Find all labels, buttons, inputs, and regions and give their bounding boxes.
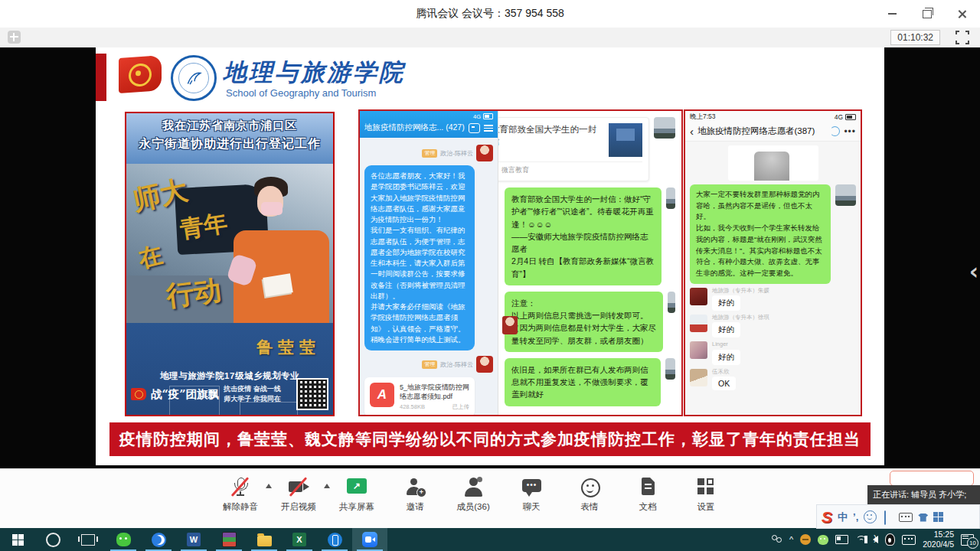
meeting-timer: 01:10:32 xyxy=(890,30,940,45)
qq-menu-icon[interactable] xyxy=(484,125,493,132)
sender-avatar[interactable] xyxy=(666,187,675,209)
taskbar-wechat[interactable] xyxy=(106,528,141,551)
tray-expand-chevron[interactable]: ^ xyxy=(789,536,793,544)
sender-avatar[interactable] xyxy=(654,117,675,139)
member-avatar[interactable] xyxy=(690,369,707,386)
sync-icon[interactable] xyxy=(830,126,840,136)
tray-display-icon[interactable] xyxy=(835,535,848,544)
video-options-caret-icon[interactable] xyxy=(324,484,330,488)
notification-center-icon[interactable]: 10 xyxy=(961,534,974,546)
speaking-indicator: 正在讲话: 辅导员 齐小学; xyxy=(867,485,980,504)
emoji-label: 表情 xyxy=(568,501,611,513)
microphone-muted-icon xyxy=(229,477,252,497)
volunteer-name: 鲁莹莹 xyxy=(256,337,321,358)
share-screen-button[interactable]: ↗ 共享屏幕 xyxy=(335,477,378,513)
members-button[interactable]: 成员(36) xyxy=(452,477,495,513)
member-avatar[interactable] xyxy=(690,288,707,305)
chat-bubble-icon: ••• xyxy=(520,477,543,497)
qq-sender-avatar[interactable] xyxy=(476,356,493,373)
unmute-button[interactable]: 解除静音 xyxy=(219,477,262,513)
taskbar-winrar[interactable] xyxy=(211,528,247,551)
wechat-chat-body: 大家一定不要转发群里那种标题党的内容哈，虽然内容不是谣传，但也不太好。 比如，我… xyxy=(685,142,861,416)
unmute-label: 解除静音 xyxy=(219,501,262,513)
qq-sender-row: 管理 政治-陈祥云 xyxy=(364,145,493,161)
poster-location-line2: 永宁街道协助进行出行登记工作 xyxy=(126,136,333,152)
start-button[interactable] xyxy=(0,528,35,551)
qq-message-bubble: 各位志愿者朋友，大家好！我是学院团委书记陈祥云，欢迎大家加入地旅学院疫情防控网络… xyxy=(364,165,475,350)
member-avatar[interactable] xyxy=(690,341,707,359)
ime-keyboard-icon[interactable] xyxy=(899,513,913,522)
registration-papers-shape xyxy=(263,273,292,296)
close-icon xyxy=(958,9,967,18)
member-avatar[interactable] xyxy=(690,315,707,332)
taskbar-file-explorer[interactable] xyxy=(247,528,282,551)
pdf-file-name: 5_地旅学院疫情防控网络志愿者须知.pdf xyxy=(400,383,469,401)
taskbar-qq-browser[interactable] xyxy=(141,528,176,551)
settings-button[interactable]: 设置 xyxy=(684,477,727,513)
wechat-icon xyxy=(116,533,131,546)
title-bar: 腾讯会议 会议号：357 954 558 xyxy=(0,0,980,28)
ime-language-toggle[interactable]: 中 xyxy=(838,512,848,522)
sender-avatar[interactable] xyxy=(835,184,856,206)
ime-voice-icon[interactable] xyxy=(884,510,886,525)
phone-status-bar: 晚上7:53 4G xyxy=(685,111,861,123)
ime-skin-icon[interactable] xyxy=(918,514,928,522)
minimize-button[interactable] xyxy=(874,0,910,28)
ime-punctuation-toggle[interactable]: ’, xyxy=(853,512,858,522)
wechat-message-bubble: 依旧是，如果所在群已有人发布两则信息就不用重复发送，不做强制要求，覆盖到就好 xyxy=(505,358,661,406)
pdf-file-card[interactable]: A 5_地旅学院疫情防控网络志愿者须知.pdf 428.58KB 已上传 xyxy=(364,377,475,415)
maximize-button[interactable] xyxy=(910,0,945,28)
poster-slogan-4: 行动 xyxy=(165,276,223,310)
pdf-icon: A xyxy=(370,383,394,407)
qq-sender-avatar[interactable] xyxy=(476,145,493,161)
tray-app-icon-orange[interactable] xyxy=(800,534,811,545)
tray-qq-icon[interactable] xyxy=(885,533,895,546)
ime-toolbox-icon[interactable] xyxy=(933,512,943,522)
emoji-button[interactable]: 表情 xyxy=(568,477,611,513)
task-view-button[interactable] xyxy=(70,528,106,551)
fullscreen-icon[interactable] xyxy=(956,31,969,44)
tray-wechat-icon[interactable] xyxy=(818,535,828,545)
taskbar-phone-projection[interactable] xyxy=(317,528,352,551)
word-icon: W xyxy=(187,533,201,546)
taskbar-tencent-meeting[interactable] xyxy=(352,528,387,551)
start-video-button[interactable]: 开启视频 xyxy=(277,477,320,513)
background-avatar xyxy=(502,316,518,334)
sender-avatar[interactable] xyxy=(665,358,675,380)
taskbar-word[interactable]: W xyxy=(176,528,211,551)
phone-icon xyxy=(328,533,342,547)
battery-icon xyxy=(483,113,493,119)
tray-clock[interactable]: 15:25 2020/4/5 xyxy=(923,530,954,549)
cortana-button[interactable] xyxy=(35,528,70,551)
mic-options-caret-icon[interactable] xyxy=(266,484,272,488)
tray-touch-keyboard-icon[interactable] xyxy=(902,535,916,545)
sender-avatar[interactable] xyxy=(668,292,675,313)
seal-inner xyxy=(178,63,209,93)
back-icon[interactable]: ‹ xyxy=(690,126,694,137)
chat-button[interactable]: ••• 聊天 xyxy=(510,477,553,513)
taskbar-excel[interactable]: X xyxy=(282,528,317,551)
university-seal-icon xyxy=(171,55,217,101)
panel-collapse-chevron-icon[interactable]: ‹ xyxy=(969,260,978,283)
wechat-link-card[interactable]: 教育部致全国大学生的一封信 ✓ 微言教育 xyxy=(498,117,649,181)
more-icon[interactable]: ••• xyxy=(844,127,856,136)
windows-taskbar: W X ^ 15:25 2020/4/5 10 xyxy=(0,528,980,551)
docs-button[interactable]: 文档 xyxy=(626,477,669,513)
qq-chat-icon[interactable] xyxy=(469,123,480,133)
presentation-slide: 地理与旅游学院 School of Geography and Tourism … xyxy=(96,47,884,465)
sogou-logo-icon[interactable]: S xyxy=(822,509,832,525)
close-button[interactable] xyxy=(945,0,980,28)
ime-emoji-icon[interactable] xyxy=(864,510,877,523)
poster-footer-lines: 抗击疫情 奋战一线 师大学子 你我同在 xyxy=(224,384,281,404)
admin-badge: 管理 xyxy=(422,149,437,158)
tray-people-icon[interactable] xyxy=(771,535,782,544)
tray-volume-icon[interactable] xyxy=(873,536,878,543)
qr-code xyxy=(296,378,328,410)
qq-sender-name: 政治-陈祥云 xyxy=(440,360,473,369)
tray-time: 15:25 xyxy=(923,530,954,540)
link-card-source: 微言教育 xyxy=(501,165,529,175)
invite-button[interactable]: + 邀请 xyxy=(394,477,436,513)
reply-row: 地旅游（专升本）朱媛 好的 xyxy=(690,288,856,311)
meeting-health-icon[interactable] xyxy=(8,31,21,44)
shared-screen-stage: 地理与旅游学院 School of Geography and Tourism … xyxy=(0,47,980,468)
